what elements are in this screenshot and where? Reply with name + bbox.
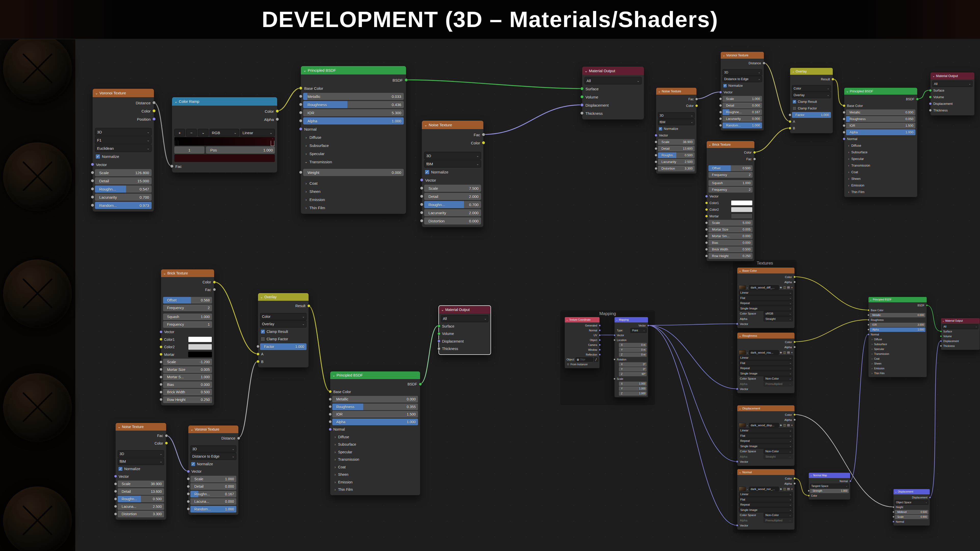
dropdown-field[interactable]: Distance to Edge⌄ [190, 453, 236, 460]
bsdf-c-slider-IOR[interactable]: IOR1.500 [332, 411, 418, 418]
overlay-b-A-socket[interactable] [789, 120, 791, 123]
normalmap-Normal-socket[interactable] [850, 480, 851, 482]
voronoi-b-slider-Random...[interactable]: Random...1.000 [722, 122, 762, 128]
brick-b-Bias-socket[interactable] [705, 241, 708, 244]
node-header[interactable]: ⌄Displacement [894, 489, 930, 494]
overlay-b-checkbox-Clamp Factor[interactable]: Clamp Factor [792, 105, 831, 111]
dropdown-field[interactable]: Flat⌄ [739, 360, 793, 365]
slider-field[interactable]: Frequency1 [163, 321, 212, 328]
dropdown-field[interactable]: Linear⌄ [739, 290, 793, 295]
mapping-axis-field-Y[interactable]: Y0° [616, 367, 647, 372]
color-swatch[interactable] [188, 351, 212, 357]
bsdf-b-Roughness-socket[interactable] [843, 118, 845, 121]
overlay-b-Factor-socket[interactable] [789, 114, 791, 116]
brick-c-Color1-socket[interactable] [159, 338, 162, 341]
brick-b-slider-Frequency1[interactable]: Frequency2 [708, 172, 752, 178]
prop-dropdown[interactable]: Non-Color⌄ [764, 449, 793, 454]
dropdown-field[interactable]: Single Image⌄ [739, 444, 793, 449]
dropdown-field[interactable]: F1⌄ [95, 136, 151, 144]
bsdf-b-panel-Coat[interactable]: ›Coat [846, 169, 915, 175]
img-roughness-dropdown-Repeat[interactable]: Repeat⌄ [739, 366, 793, 371]
axis-value-field[interactable]: X0° [619, 362, 647, 367]
voronoi-a-slider-Roughn...[interactable]: Roughn...0.547 [95, 186, 151, 192]
noise-b-Scale-socket[interactable] [655, 141, 657, 143]
brick-b-slider-Frequency2[interactable]: Frequency2 [708, 187, 752, 192]
image-name-field[interactable]: dark_wood_disp... [749, 423, 779, 427]
bsdf-d-panel-Sheen[interactable]: ›Sheen [870, 362, 925, 366]
bsdf-c-IOR-socket[interactable] [329, 413, 332, 416]
collapse-chevron-icon[interactable]: ⌄ [303, 68, 307, 73]
bsdf-b-panel-Emission[interactable]: ›Emission [846, 183, 915, 188]
brick-c-Scale-socket[interactable] [159, 360, 162, 364]
voronoi-c-checkbox-Normalize[interactable]: ✓Normalize [190, 461, 236, 467]
node-header[interactable]: ⌄Normal Map [809, 473, 850, 478]
img-roughness-node[interactable]: ⌄RoughnessColorAlpha⌄dark_wood_rou...◈◫▤… [737, 332, 795, 393]
checkbox-checked[interactable]: ✓ [723, 84, 727, 88]
noise-b-slider-Lacunarity[interactable]: Lacunarity2.500 [658, 159, 695, 165]
bsdf-d-panel-Diffuse[interactable]: ›Diffuse [870, 337, 925, 341]
img-normal-Vector-socket[interactable] [736, 524, 738, 527]
slider-field[interactable]: Offset0.500 [708, 165, 752, 171]
voronoi-c-Random...-socket[interactable] [187, 507, 190, 510]
texcoord-checkbox-From Instancer[interactable]: From Instancer [566, 362, 598, 367]
overlay-c-node[interactable]: ⌄OverlayResultColor⌄Overlay⌄✓Clamp Resul… [258, 293, 309, 368]
brick-c-Fac-socket[interactable] [213, 288, 216, 291]
voronoi-b-checkbox-Normalize[interactable]: ✓Normalize [722, 83, 762, 89]
bsdf-b-panel-Diffuse[interactable]: ›Diffuse [846, 143, 915, 148]
noise-b-dropdown-3D[interactable]: 3D⌄ [658, 113, 695, 118]
slider-field[interactable]: Roughness0.355 [332, 403, 418, 410]
slider-field[interactable]: Frequency2 [708, 172, 752, 178]
mapping-Vector-socket[interactable] [614, 334, 616, 336]
overlay-b-Result-socket[interactable] [832, 78, 834, 81]
bsdf-a-Metallic-socket[interactable] [299, 95, 302, 98]
prop-dropdown[interactable]: Premultiplied⌄ [764, 518, 793, 523]
slider-field[interactable]: Mortar Size0.005 [708, 227, 752, 232]
img-basecolor-dropdown-Flat[interactable]: Flat⌄ [739, 295, 793, 300]
node-header[interactable]: ⌄Roughness [737, 333, 794, 338]
slider-field[interactable]: Bias0.000 [708, 240, 752, 246]
collapse-chevron-icon[interactable]: ⌄ [174, 99, 178, 104]
mapping-Scale-socket[interactable] [614, 378, 616, 380]
dropdown-field[interactable]: Single Image⌄ [739, 371, 793, 376]
node-header[interactable]: ⌄Noise Texture [656, 88, 697, 95]
dropdown-field[interactable]: 3D⌄ [95, 128, 151, 136]
node-header[interactable]: ⌄Material Output [439, 306, 490, 313]
noise-a-checkbox-Normalize[interactable]: ✓Normalize [424, 168, 481, 176]
dropdown-field[interactable]: fBM⌄ [118, 458, 164, 465]
mapping-axis-field-X[interactable]: X1.000 [616, 382, 647, 386]
brick-b-Row Height-socket[interactable] [705, 254, 708, 257]
noise-b-slider-Distortion[interactable]: Distortion3.300 [658, 165, 695, 171]
voronoi-c-Scale-socket[interactable] [187, 477, 190, 480]
collapse-chevron-icon[interactable]: ⌄ [584, 68, 588, 73]
bsdf-c-Normal-socket[interactable] [329, 428, 332, 431]
voronoi-c-node[interactable]: ⌄Voronoi TextureDistance3D⌄Distance to E… [188, 425, 239, 515]
img-roughness-dropdown-Linear[interactable]: Linear⌄ [739, 356, 793, 360]
collapse-chevron-icon[interactable]: ⌄ [616, 318, 618, 321]
collapse-chevron-icon[interactable]: ⌄ [658, 89, 660, 93]
dropdown-field[interactable]: 3D⌄ [118, 450, 164, 457]
bsdf-a-panel-Transmission[interactable]: ⌄Transmission [303, 158, 404, 165]
node-header[interactable]: ⌄Noise Texture [116, 423, 166, 430]
dropdown-field[interactable]: Repeat⌄ [739, 366, 793, 371]
slider-field[interactable]: Factor1.000 [792, 112, 831, 118]
slider-field[interactable]: Mortar Sm...0.000 [708, 233, 752, 239]
slider-field[interactable]: Distortion0.000 [424, 218, 481, 224]
brick-b-Vector-socket[interactable] [705, 195, 708, 198]
node-header[interactable]: ⌄Voronoi Texture [188, 426, 239, 433]
node-header[interactable]: ⌄Noise Texture [422, 121, 484, 129]
slider-field[interactable]: Weight0.000 [303, 169, 404, 176]
img-displacement-dropdown-Linear[interactable]: Linear⌄ [739, 428, 793, 433]
texcoord-Normal-socket[interactable] [599, 329, 601, 331]
overlay-c-Factor-socket[interactable] [256, 345, 259, 348]
noise-b-dropdown-fBM[interactable]: fBM⌄ [658, 119, 695, 125]
brick-b-Color-socket[interactable] [753, 151, 756, 154]
img-displacement-Vector-socket[interactable] [736, 460, 738, 463]
slider-field[interactable]: Lacunarity2.000 [424, 209, 481, 216]
image-name-field[interactable]: dark_wood_diff_... [749, 285, 779, 290]
slider-field[interactable]: Metallic0.000 [846, 110, 915, 115]
node-header[interactable]: ⌄Color Ramp [172, 97, 277, 106]
brick-c-slider-Mortar Size[interactable]: Mortar Size0.005 [163, 366, 212, 373]
img-basecolor-Vector-socket[interactable] [736, 323, 738, 325]
checkbox-checked[interactable]: ✓ [425, 170, 430, 175]
slider-field[interactable]: Offset0.568 [163, 297, 212, 303]
